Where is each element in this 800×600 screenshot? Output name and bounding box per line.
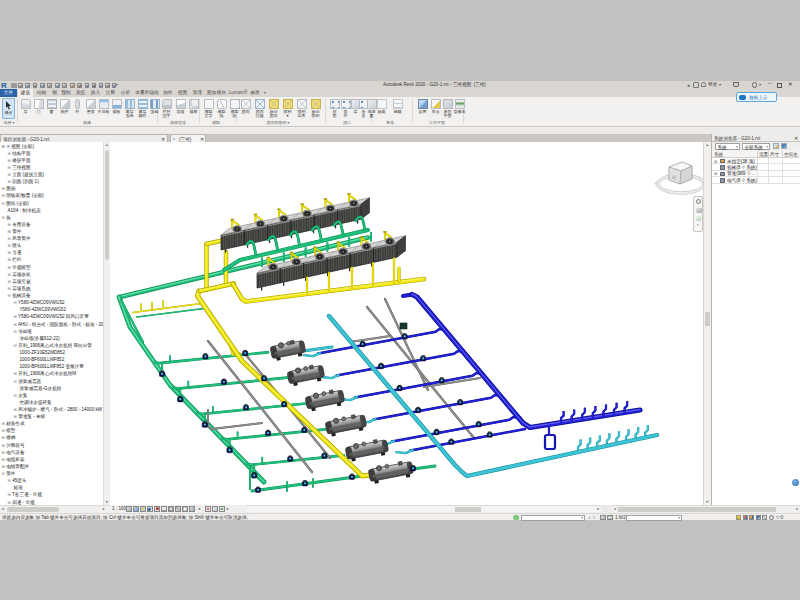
svg-text:前: 前 (672, 175, 677, 180)
